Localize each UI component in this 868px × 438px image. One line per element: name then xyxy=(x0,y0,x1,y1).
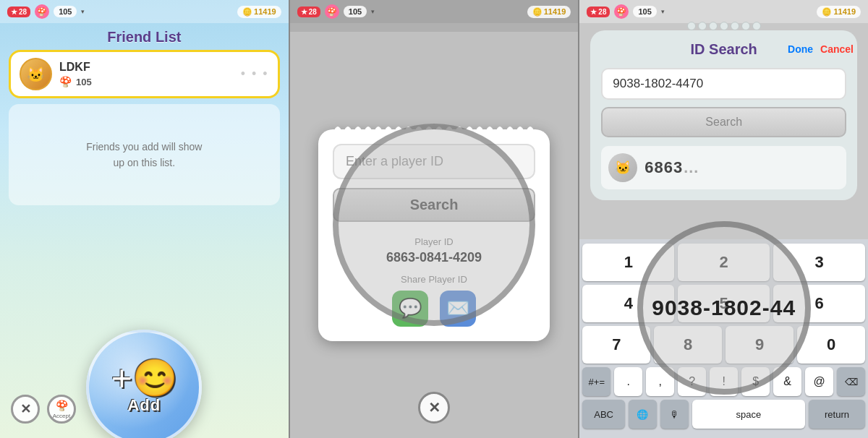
id-input-circle: 9038-1802-44 xyxy=(637,221,811,395)
top-bar-left-p1: ★ 28 🍄 105 ▾ xyxy=(7,4,85,19)
add-label: Add xyxy=(127,396,161,415)
key-globe[interactable]: 🌐 xyxy=(629,400,657,429)
top-bar-p2: ★ 28 🍄 105 ▾ 🪙 11419 xyxy=(290,0,579,23)
scallop-dot xyxy=(741,22,750,30)
friend-list-title: Friend List xyxy=(0,29,289,46)
key-at[interactable]: @ xyxy=(805,367,833,396)
close-x-button-p2[interactable]: ✕ xyxy=(418,392,450,424)
scallop-dot xyxy=(731,22,739,30)
key-symbols[interactable]: #+= xyxy=(582,367,610,396)
coin-icon-p3: 🪙 xyxy=(822,7,832,17)
key-dot[interactable]: . xyxy=(614,367,642,396)
dropdown-arrow-p3[interactable]: ▾ xyxy=(661,8,665,15)
toad-icon-p2: 🍄 xyxy=(325,4,339,19)
coin-badge-p2: 🪙 11419 xyxy=(527,6,571,18)
star-icon-p1: ★ xyxy=(11,8,17,16)
dropdown-arrow-p1[interactable]: ▾ xyxy=(81,8,85,15)
coin-icon-p1: 🪙 xyxy=(242,7,252,17)
top-bar-left-p3: ★ 28 🍄 105 ▾ xyxy=(587,4,664,19)
scallop-dot xyxy=(698,22,707,30)
star-icon-p2: ★ xyxy=(301,8,307,16)
friend-info: LDKF 🍄 105 xyxy=(59,61,234,87)
done-button[interactable]: Done xyxy=(788,43,813,55)
top-bar-left-p2: ★ 28 🍄 105 ▾ xyxy=(297,4,375,19)
empty-friends-area: Friends you add will showup on this list… xyxy=(9,104,280,205)
coin-badge-p3: 🪙 11419 xyxy=(817,6,861,18)
key-space[interactable]: space xyxy=(692,400,805,429)
id-search-button[interactable]: Search xyxy=(601,107,846,137)
scallop-dot xyxy=(720,22,728,30)
partial-id-text: 6863… xyxy=(644,158,699,177)
xp-badge-p1: ★ 28 xyxy=(7,7,30,17)
key-mic[interactable]: 🎙 xyxy=(660,400,689,429)
id-search-container: ID Search 9038-1802-4470 Search 🐱 6863… xyxy=(590,30,857,200)
id-scallop xyxy=(687,22,761,30)
close-button-p1[interactable]: ✕ xyxy=(11,395,40,424)
coin-badge-p1: 🪙 11419 xyxy=(237,6,281,18)
xp-badge-p2: ★ 28 xyxy=(297,7,320,17)
top-bar-p1: ★ 28 🍄 105 ▾ 🪙 11419 xyxy=(0,0,289,23)
partial-avatar: 🐱 xyxy=(608,153,637,182)
done-cancel-row: Done Cancel xyxy=(788,43,854,55)
toad-count-p2: 105 xyxy=(344,6,367,17)
accept-button[interactable]: 🍄 Accept xyxy=(47,395,76,424)
key-abc[interactable]: ABC xyxy=(582,400,625,429)
friend-toad-count: 105 xyxy=(76,77,92,87)
add-friend-button[interactable]: +😊 Add xyxy=(86,330,202,438)
panel-search-dialog: ★ 28 🍄 105 ▾ 🪙 11419 En xyxy=(290,0,579,438)
accept-label: Accept xyxy=(53,413,70,419)
empty-friends-text: Friends you add will showup on this list… xyxy=(86,139,202,171)
dropdown-arrow-p2[interactable]: ▾ xyxy=(371,8,375,15)
key-return[interactable]: return xyxy=(809,400,865,429)
scallop-dot xyxy=(687,22,696,30)
toad-count-p3: 105 xyxy=(633,6,656,17)
cancel-button[interactable]: Cancel xyxy=(820,43,854,55)
star-icon-p3: ★ xyxy=(590,8,597,16)
coin-icon-p2: 🪙 xyxy=(532,7,542,17)
accept-icon: 🍄 xyxy=(56,400,68,411)
panel-id-search: ★ 28 🍄 105 ▾ 🪙 11419 ID Search 90 xyxy=(579,0,868,438)
add-friend-icon: +😊 xyxy=(111,360,177,396)
dialog-background: Enter a player ID Search Player ID 6863-… xyxy=(290,32,579,438)
toad-icon-p1: 🍄 xyxy=(35,4,49,19)
friend-avatar: 🐱 xyxy=(20,58,52,90)
id-search-input[interactable]: 9038-1802-4470 xyxy=(601,68,846,100)
panel-friend-list: ★ 28 🍄 105 ▾ 🪙 11419 Friend List 🐱 LDKF … xyxy=(0,0,289,438)
friend-options-icon[interactable]: • • • xyxy=(241,66,269,82)
top-bar-p3: ★ 28 🍄 105 ▾ 🪙 11419 xyxy=(579,0,868,23)
scallop-dot xyxy=(709,22,718,30)
friend-stats: 🍄 105 xyxy=(59,76,234,87)
big-id-display: 9038-1802-44 xyxy=(652,296,796,320)
toad-count-p1: 105 xyxy=(54,6,77,17)
scallop-dot xyxy=(752,22,761,30)
friend-card[interactable]: 🐱 LDKF 🍄 105 • • • xyxy=(9,50,280,98)
friend-name: LDKF xyxy=(59,61,234,74)
magnifier-circle xyxy=(333,124,535,326)
keyboard-row-5: ABC 🌐 🎙 space return xyxy=(582,400,865,429)
key-0[interactable]: 0 xyxy=(797,326,865,364)
friend-toad-icon: 🍄 xyxy=(59,76,72,87)
partial-result-row: 🐱 6863… xyxy=(601,146,846,189)
key-backspace[interactable]: ⌫ xyxy=(837,367,865,396)
xp-badge-p3: ★ 28 xyxy=(587,7,610,17)
toad-icon-p3: 🍄 xyxy=(614,4,629,19)
